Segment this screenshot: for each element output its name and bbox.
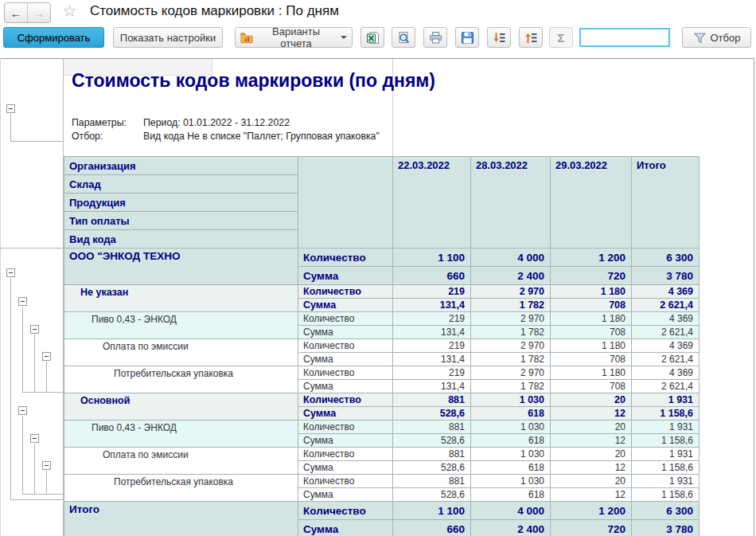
- date-column-header[interactable]: 28.03.2022: [471, 157, 551, 248]
- value-cell[interactable]: 881: [393, 421, 471, 434]
- value-cell[interactable]: 1 180: [551, 312, 632, 326]
- value-cell[interactable]: 219: [393, 339, 471, 353]
- value-cell[interactable]: 1 782: [471, 353, 551, 366]
- value-cell[interactable]: 528,6: [393, 407, 471, 421]
- print-button[interactable]: [423, 27, 447, 48]
- value-cell[interactable]: 660: [393, 267, 471, 285]
- measure-cell[interactable]: Количество: [298, 285, 393, 299]
- group-label-cell[interactable]: Пиво 0,43 - ЭНКОД: [64, 312, 298, 339]
- value-cell[interactable]: 618: [471, 461, 551, 475]
- nav-forward-button[interactable]: →: [28, 3, 50, 22]
- group-label-cell[interactable]: Основной: [64, 393, 298, 421]
- value-cell[interactable]: 528,6: [393, 488, 471, 502]
- report-variants-button[interactable]: Варианты отчета: [235, 27, 353, 48]
- measure-cell[interactable]: Количество: [298, 448, 393, 461]
- value-cell[interactable]: 131,4: [393, 299, 471, 312]
- measure-cell[interactable]: Количество: [298, 393, 393, 407]
- value-cell[interactable]: 720: [551, 267, 632, 285]
- value-cell[interactable]: 2 621,4: [632, 353, 699, 366]
- value-cell[interactable]: 2 970: [471, 285, 551, 299]
- value-cell[interactable]: 1 931: [632, 421, 699, 434]
- value-cell[interactable]: 1 158,6: [632, 407, 699, 421]
- value-cell[interactable]: 1 158,6: [632, 434, 699, 448]
- group-collapse-toggle[interactable]: [42, 352, 51, 361]
- value-cell[interactable]: 1 100: [393, 248, 471, 267]
- measure-cell[interactable]: Количество: [298, 366, 393, 380]
- print-preview-button[interactable]: [392, 27, 415, 48]
- excel-export-button[interactable]: [360, 27, 384, 48]
- value-cell[interactable]: 1 030: [471, 475, 551, 488]
- value-cell[interactable]: 6 300: [632, 502, 699, 520]
- value-cell[interactable]: 12: [551, 434, 632, 448]
- measure-cell[interactable]: Количество: [298, 312, 393, 326]
- value-cell[interactable]: 1 200: [551, 502, 632, 520]
- value-cell[interactable]: 20: [551, 448, 632, 461]
- favorite-star-icon[interactable]: ☆: [62, 2, 77, 21]
- measure-cell[interactable]: Сумма: [298, 488, 393, 502]
- value-cell[interactable]: 219: [393, 312, 471, 326]
- value-cell[interactable]: 219: [393, 366, 471, 380]
- group-label-cell[interactable]: Пиво 0,43 - ЭНКОД: [64, 421, 298, 448]
- value-cell[interactable]: 12: [551, 461, 632, 475]
- expand-groups-button[interactable]: [519, 27, 543, 48]
- value-cell[interactable]: 720: [551, 520, 632, 536]
- group-collapse-toggle[interactable]: [30, 325, 39, 334]
- row-dimension-header[interactable]: Организация: [64, 157, 298, 175]
- value-cell[interactable]: 20: [551, 421, 632, 434]
- value-cell[interactable]: 1 158,6: [632, 461, 699, 475]
- value-cell[interactable]: 2 621,4: [632, 326, 699, 339]
- value-cell[interactable]: 1 200: [551, 248, 632, 267]
- measure-cell[interactable]: Сумма: [298, 326, 393, 339]
- group-collapse-toggle[interactable]: [42, 461, 51, 470]
- group-label-cell[interactable]: Потребительская упаковка: [64, 475, 298, 502]
- group-label-cell[interactable]: Оплата по эмиссии: [64, 448, 298, 475]
- value-cell[interactable]: 4 369: [632, 312, 699, 326]
- value-cell[interactable]: 219: [393, 285, 471, 299]
- value-cell[interactable]: 3 780: [632, 520, 699, 536]
- value-cell[interactable]: 1 782: [471, 380, 551, 393]
- value-cell[interactable]: 708: [551, 299, 632, 312]
- value-cell[interactable]: 2 621,4: [632, 380, 699, 393]
- value-cell[interactable]: 1 030: [471, 393, 551, 407]
- measure-cell[interactable]: Количество: [298, 421, 393, 434]
- nav-back-button[interactable]: ←: [5, 3, 28, 22]
- group-collapse-toggle[interactable]: [6, 268, 15, 277]
- group-label-cell[interactable]: Не указан: [64, 285, 298, 312]
- value-cell[interactable]: 1 931: [632, 448, 699, 461]
- value-cell[interactable]: 881: [393, 475, 471, 488]
- value-cell[interactable]: 2 970: [471, 366, 551, 380]
- value-cell[interactable]: 2 400: [471, 267, 551, 285]
- group-collapse-toggle[interactable]: [18, 297, 27, 306]
- value-cell[interactable]: 1 931: [632, 393, 699, 407]
- measure-cell[interactable]: Количество: [298, 339, 393, 353]
- generate-button[interactable]: Сформировать: [3, 27, 104, 48]
- measure-cell[interactable]: Количество: [298, 475, 393, 488]
- value-cell[interactable]: 4 369: [632, 285, 699, 299]
- value-cell[interactable]: 1 782: [471, 299, 551, 312]
- group-collapse-toggle[interactable]: [18, 406, 27, 415]
- measure-cell[interactable]: Сумма: [298, 461, 393, 475]
- value-cell[interactable]: 3 780: [632, 267, 699, 285]
- value-cell[interactable]: 131,4: [393, 353, 471, 366]
- value-cell[interactable]: 2 400: [471, 520, 551, 536]
- date-column-header[interactable]: 22.03.2022: [393, 157, 471, 248]
- measure-cell[interactable]: Сумма: [298, 267, 393, 285]
- group-label-cell[interactable]: Потребительская упаковка: [64, 366, 298, 393]
- value-cell[interactable]: 1 100: [393, 502, 471, 520]
- collapse-groups-button[interactable]: [487, 27, 511, 48]
- row-dimension-header[interactable]: Склад: [64, 175, 298, 194]
- value-cell[interactable]: 1 782: [471, 326, 551, 339]
- value-cell[interactable]: 708: [551, 380, 632, 393]
- measure-cell[interactable]: Сумма: [298, 434, 393, 448]
- measure-cell[interactable]: Сумма: [298, 380, 393, 393]
- measure-cell[interactable]: Количество: [298, 248, 393, 267]
- measure-cell[interactable]: Сумма: [298, 299, 393, 312]
- value-cell[interactable]: 1 030: [471, 421, 551, 434]
- row-dimension-header[interactable]: Вид кода: [64, 230, 298, 248]
- value-cell[interactable]: 1 931: [632, 475, 699, 488]
- value-cell[interactable]: 1 180: [551, 366, 632, 380]
- group-collapse-toggle[interactable]: [6, 104, 15, 113]
- value-cell[interactable]: 20: [551, 393, 632, 407]
- value-cell[interactable]: 2 970: [471, 312, 551, 326]
- group-label-cell[interactable]: ООО "ЭНКОД ТЕХНО: [64, 248, 298, 285]
